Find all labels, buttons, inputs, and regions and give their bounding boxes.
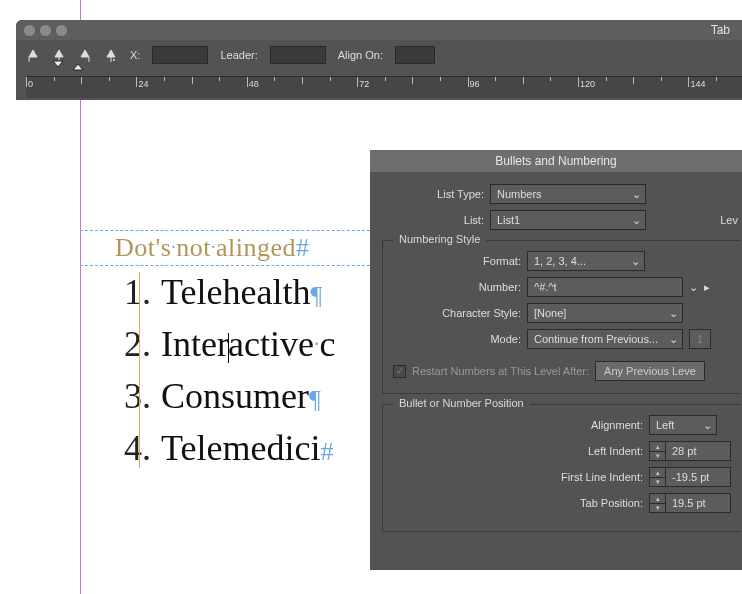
number-label: Number: [393, 281, 521, 293]
svg-point-0 [113, 59, 115, 61]
ruler-number: 72 [359, 79, 369, 89]
ruler-number: 96 [470, 79, 480, 89]
first-line-indent-marker[interactable] [52, 60, 64, 68]
alignon-label: Align On: [338, 49, 383, 61]
heading-word: not [176, 233, 211, 262]
list-item[interactable]: 1. Telehealth¶ [115, 266, 380, 318]
leader-input[interactable] [270, 46, 326, 64]
item-number: 4. [115, 427, 151, 469]
flyout-caret-icon[interactable]: ▸ [704, 281, 714, 294]
heading-text[interactable]: Dot's·not·alinged# [80, 230, 380, 266]
x-input[interactable] [152, 46, 208, 64]
charstyle-label: Character Style: [393, 307, 521, 319]
restart-label: Restart Numbers at This Level After: [412, 365, 589, 377]
space-char-icon: · [314, 331, 320, 356]
window-traffic-lights[interactable] [24, 25, 67, 36]
mode-select[interactable]: Continue from Previous... ⌄ [527, 329, 683, 349]
stepper-up-icon: ▴ [650, 468, 665, 478]
list-row: List: List1 ⌄ Lev [370, 210, 742, 230]
item-number: 1. [115, 271, 151, 313]
bullets-numbering-panel: Bullets and Numbering List Type: Numbers… [370, 150, 742, 570]
start-at-input: 1 [689, 329, 711, 349]
chevron-down-icon: ⌄ [668, 333, 678, 346]
item-text: Telemedici# [161, 427, 333, 469]
restart-row: ✓ Restart Numbers at This Level After: A… [383, 355, 740, 381]
left-indent-row: Left Indent: ▴▾ 28 pt [383, 441, 740, 461]
tabs-panel: Tab X: Leader: Align On: 024487296120144 [16, 20, 742, 100]
ruler-track[interactable]: 024487296120144 [26, 76, 742, 98]
left-indent-marker[interactable] [72, 63, 84, 71]
numbering-style-fieldset: Numbering Style Format: 1, 2, 3, 4... ⌄ … [382, 240, 740, 394]
number-input[interactable]: ^#.^t [527, 277, 683, 297]
list-type-row: List Type: Numbers ⌄ [370, 184, 742, 204]
panel-title: Bullets and Numbering [495, 154, 616, 168]
chevron-down-icon: ⌄ [630, 255, 640, 268]
eol-hash-icon: # [296, 233, 310, 262]
item-number: 2. [115, 323, 151, 365]
number-row: Number: ^#.^t ⌄ ▸ [383, 277, 740, 297]
tab-align-left-icon[interactable] [26, 46, 40, 64]
stepper-down-icon: ▾ [650, 478, 665, 487]
restart-checkbox[interactable]: ✓ [393, 365, 406, 378]
pilcrow-icon: ¶ [309, 385, 321, 414]
first-line-label: First Line Indent: [393, 471, 643, 483]
position-fieldset: Bullet or Number Position Alignment: Lef… [382, 404, 740, 532]
first-line-row: First Line Indent: ▴▾ -19.5 pt [383, 467, 740, 487]
alignment-row: Alignment: Left ⌄ [383, 415, 740, 435]
stepper-up-icon: ▴ [650, 494, 665, 504]
chevron-down-icon: ⌄ [631, 214, 641, 227]
numbered-list[interactable]: 1. Telehealth¶ 2. Interactive·c 3. Consu… [80, 266, 380, 474]
item-text: Telehealth¶ [161, 271, 322, 313]
chevron-down-icon: ⌄ [702, 419, 712, 432]
list-item[interactable]: 4. Telemedici# [115, 422, 380, 474]
list-select[interactable]: List1 ⌄ [490, 210, 646, 230]
alignon-input[interactable] [395, 46, 435, 64]
left-indent-stepper[interactable]: ▴▾ 28 pt [649, 441, 731, 461]
ruler-number: 120 [580, 79, 595, 89]
list-item[interactable]: 3. Consumer¶ [115, 370, 380, 422]
list-item[interactable]: 2. Interactive·c [115, 318, 380, 370]
ruler-number: 48 [249, 79, 259, 89]
chevron-down-icon[interactable]: ⌄ [689, 281, 698, 294]
item-text: Consumer¶ [161, 375, 321, 417]
format-select[interactable]: 1, 2, 3, 4... ⌄ [527, 251, 645, 271]
tab-pos-row: Tab Position: ▴▾ 19.5 pt [383, 493, 740, 513]
left-indent-label: Left Indent: [393, 445, 643, 457]
stepper-down-icon: ▾ [650, 504, 665, 513]
mode-label: Mode: [393, 333, 521, 345]
ruler-number: 24 [138, 79, 148, 89]
eol-hash-icon: # [320, 437, 333, 466]
chevron-down-icon: ⌄ [631, 188, 641, 201]
tab-pos-label: Tab Position: [393, 497, 643, 509]
tab-guide-line [139, 272, 140, 468]
tab-pos-stepper[interactable]: ▴▾ 19.5 pt [649, 493, 731, 513]
stepper-up-icon: ▴ [650, 442, 665, 452]
numbering-style-title: Numbering Style [393, 233, 486, 245]
tabs-ruler[interactable]: 024487296120144 [16, 66, 742, 100]
level-label: Lev [720, 214, 738, 226]
x-label: X: [130, 49, 140, 61]
charstyle-select[interactable]: [None] ⌄ [527, 303, 683, 323]
mode-row: Mode: Continue from Previous... ⌄ 1 [383, 329, 740, 349]
list-type-label: List Type: [384, 188, 484, 200]
list-type-select[interactable]: Numbers ⌄ [490, 184, 646, 204]
position-title: Bullet or Number Position [393, 397, 530, 409]
tab-align-decimal-icon[interactable] [104, 46, 118, 64]
heading-word: Dot's [115, 233, 171, 262]
leader-label: Leader: [220, 49, 257, 61]
charstyle-row: Character Style: [None] ⌄ [383, 303, 740, 323]
alignment-label: Alignment: [393, 419, 643, 431]
tab-align-right-icon[interactable] [78, 46, 92, 64]
restart-select: Any Previous Leve [595, 361, 705, 381]
tabs-controls: X: Leader: Align On: [16, 40, 742, 66]
tabs-titlebar[interactable]: Tab [16, 20, 742, 40]
heading-word: alinged [216, 233, 296, 262]
bn-panel-titlebar[interactable]: Bullets and Numbering [370, 150, 742, 172]
space-char-icon: · [171, 237, 176, 257]
list-label: List: [384, 214, 484, 226]
first-line-stepper[interactable]: ▴▾ -19.5 pt [649, 467, 731, 487]
document-text: Dot's·not·alinged# 1. Telehealth¶ 2. Int… [80, 230, 380, 474]
ruler-number: 0 [28, 79, 33, 89]
ruler-number: 144 [690, 79, 705, 89]
alignment-select[interactable]: Left ⌄ [649, 415, 717, 435]
